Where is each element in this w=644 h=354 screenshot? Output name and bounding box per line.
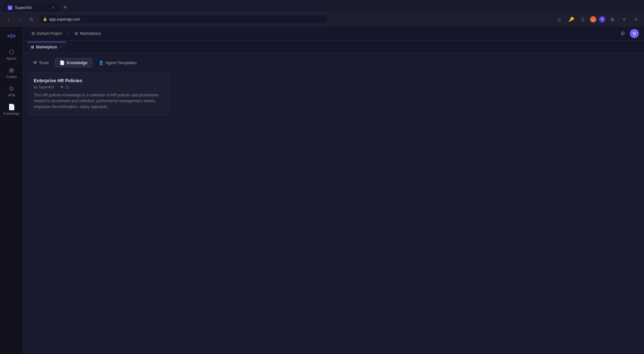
tab-marketplace-label: Marketplace xyxy=(36,45,57,49)
toolkits-icon: ⊞ xyxy=(9,67,14,74)
marketplace-breadcrumb-icon: ⊞ xyxy=(75,31,78,36)
sub-tabs: ⚒ Tools 📄 Knowledge 👤 Agent Templates xyxy=(28,58,639,67)
marketplace-breadcrumb-label: Marketplace xyxy=(80,31,101,36)
knowledge-tab-icon: 📄 xyxy=(60,60,65,65)
knowledge-card-title: Enterprise HR Policies xyxy=(34,78,165,83)
knowledge-card-count: 👁 11 xyxy=(60,85,69,89)
sidebar: </> ⬡ Agents ⊞ Toolkits ⊙ APM 📄 Knowledg… xyxy=(0,26,23,354)
back-button[interactable]: ‹ xyxy=(4,15,13,24)
bookmark-button[interactable]: ⊏ xyxy=(555,15,564,24)
share-icon[interactable]: ⟨⟩ xyxy=(578,15,587,24)
tools-label: Tools xyxy=(39,60,49,65)
default-project-icon: ⊞ xyxy=(32,31,35,36)
url-text: app.superagi.com xyxy=(49,17,80,22)
menu-button[interactable]: ≡ xyxy=(631,15,640,24)
refresh-button[interactable]: ↻ xyxy=(27,15,36,24)
sidebar-item-knowledge[interactable]: 📄 Knowledge xyxy=(2,101,21,118)
tab-marketplace-icon: ⊞ xyxy=(31,45,34,49)
new-tab-button[interactable]: + xyxy=(61,3,70,12)
main-content: ⊞ Default Project / ⊞ Marketplace ⚙ U ⊞ … xyxy=(23,26,644,354)
top-bar: ⊞ Default Project / ⊞ Marketplace ⚙ U xyxy=(23,26,644,41)
tab-close-button[interactable]: × xyxy=(51,5,55,10)
tab-marketplace-close[interactable]: × xyxy=(59,44,62,50)
sidebar-label-knowledge: Knowledge xyxy=(4,112,19,115)
avatar-label: U xyxy=(633,31,636,36)
agent-templates-icon: 👤 xyxy=(99,60,104,65)
sidebar-item-toolkits[interactable]: ⊞ Toolkits xyxy=(2,64,21,81)
content-area: ⚒ Tools 📄 Knowledge 👤 Agent Templates En… xyxy=(23,53,644,354)
sidebar-label-apm: APM xyxy=(8,93,15,97)
knowledge-card-author: by SuperAGI xyxy=(34,85,54,89)
agents-icon: ⬡ xyxy=(9,48,14,55)
tab-title: SuperAGI xyxy=(15,5,32,10)
count-icon: 👁 xyxy=(60,85,64,89)
settings-button[interactable]: ⚙ xyxy=(618,29,627,38)
forward-button[interactable]: › xyxy=(15,15,24,24)
knowledge-card-hr-policies[interactable]: Enterprise HR Policies by SuperAGI · 👁 1… xyxy=(28,73,170,115)
tools-icon: ⚒ xyxy=(33,60,37,65)
knowledge-card-description: This HR policies knowledge is a collecti… xyxy=(34,92,165,110)
address-bar[interactable]: 🔒 app.superagi.com xyxy=(39,15,328,24)
tab-marketplace[interactable]: ⊞ Marketplace × xyxy=(27,42,66,52)
browser-tab[interactable]: </> SuperAGI × xyxy=(3,4,61,12)
reader-mode-button[interactable]: ≡ xyxy=(620,15,629,24)
sidebar-logo: </> xyxy=(4,30,19,42)
ext-superagi-label: S xyxy=(601,17,603,21)
avatar[interactable]: U xyxy=(630,29,639,38)
tab-favicon: </> xyxy=(8,5,12,10)
breadcrumb-marketplace[interactable]: ⊞ Marketplace xyxy=(71,30,104,37)
breadcrumb-default-project[interactable]: ⊞ Default Project xyxy=(28,30,65,37)
key-icon[interactable]: 🔑 xyxy=(567,15,576,24)
sub-tab-knowledge[interactable]: 📄 Knowledge xyxy=(55,58,92,67)
extension-firefox-icon[interactable]: 🦊 xyxy=(590,16,596,23)
browser-actions: ⊏ 🔑 ⟨⟩ 🦊 S ⊞ ≡ ≡ xyxy=(555,15,640,24)
sub-tab-tools[interactable]: ⚒ Tools xyxy=(28,58,53,67)
default-project-label: Default Project xyxy=(37,31,62,36)
breadcrumb-separator: / xyxy=(68,31,69,36)
knowledge-tab-label: Knowledge xyxy=(67,60,87,65)
sidebar-label-agents: Agents xyxy=(6,57,16,60)
knowledge-icon: 📄 xyxy=(8,103,15,111)
agent-templates-label: Agent Templates xyxy=(106,60,137,65)
sidebar-label-toolkits: Toolkits xyxy=(6,75,17,79)
meta-dot: · xyxy=(57,85,58,89)
sidebar-item-apm[interactable]: ⊙ APM xyxy=(2,83,21,100)
sub-tab-agent-templates[interactable]: 👤 Agent Templates xyxy=(94,58,142,67)
top-bar-actions: ⚙ U xyxy=(618,29,639,38)
sidebar-toggle-button[interactable]: ⊞ xyxy=(608,15,617,24)
app-container: </> ⬡ Agents ⊞ Toolkits ⊙ APM 📄 Knowledg… xyxy=(0,26,644,354)
ext-firefox-label: 🦊 xyxy=(591,17,595,21)
knowledge-card-meta: by SuperAGI · 👁 11 xyxy=(34,85,165,89)
extension-superagi-icon[interactable]: S xyxy=(599,16,605,23)
address-bar-row: ‹ › ↻ 🔒 app.superagi.com ⊏ 🔑 ⟨⟩ 🦊 S ⊞ ≡ … xyxy=(0,12,644,26)
svg-text:</>: </> xyxy=(9,6,12,9)
app-tab-bar: ⊞ Marketplace × xyxy=(23,41,644,53)
apm-icon: ⊙ xyxy=(9,85,14,92)
lock-icon: 🔒 xyxy=(43,17,47,21)
sidebar-item-agents[interactable]: ⬡ Agents xyxy=(2,46,21,63)
